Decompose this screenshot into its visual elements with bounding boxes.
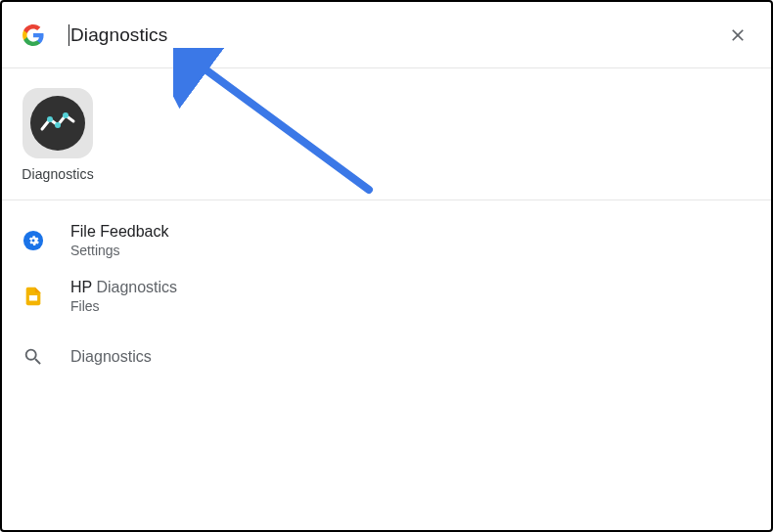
result-row-search-suggestion[interactable]: Diagnostics	[2, 324, 771, 378]
result-title: HP Diagnostics	[70, 278, 177, 296]
svg-point-3	[23, 231, 43, 250]
svg-point-2	[63, 112, 68, 118]
search-input[interactable]: Diagnostics	[45, 24, 724, 46]
close-icon[interactable]	[724, 22, 751, 49]
app-results-section: Diagnostics	[2, 68, 771, 200]
settings-gear-icon	[22, 229, 45, 252]
search-query-text: Diagnostics	[45, 24, 167, 46]
search-bar: Diagnostics	[2, 2, 771, 68]
result-title-match: Diagnostics	[96, 279, 177, 295]
result-subtitle: Settings	[70, 243, 169, 258]
google-logo-icon	[22, 23, 45, 47]
svg-point-0	[47, 116, 53, 122]
app-icon-bg	[23, 88, 93, 158]
text-cursor	[68, 24, 69, 46]
slides-file-icon	[22, 285, 45, 308]
result-search-label: Diagnostics	[70, 348, 152, 366]
search-results-list: File Feedback Settings HP Diagnostics Fi…	[2, 200, 771, 390]
svg-rect-4	[29, 295, 37, 301]
app-tile-label: Diagnostics	[22, 166, 94, 182]
result-subtitle: Files	[70, 298, 177, 314]
result-title-prefix: HP	[70, 279, 96, 295]
svg-point-1	[55, 122, 61, 128]
result-title: File Feedback	[70, 222, 169, 241]
diagnostics-icon	[30, 96, 85, 151]
app-tile-diagnostics[interactable]: Diagnostics	[22, 88, 94, 182]
result-row-file-feedback[interactable]: File Feedback Settings	[2, 212, 771, 268]
search-icon	[22, 345, 45, 369]
result-row-hp-diagnostics[interactable]: HP Diagnostics Files	[2, 268, 771, 324]
